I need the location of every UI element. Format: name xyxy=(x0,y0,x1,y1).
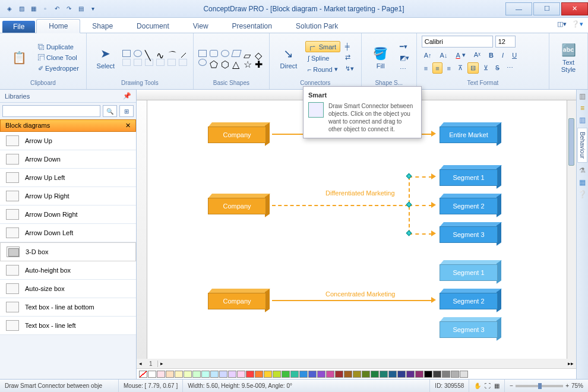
color-swatch[interactable] xyxy=(290,371,299,378)
qat-new-icon[interactable]: ▨ xyxy=(17,4,26,14)
connector-diff-b1[interactable] xyxy=(409,176,432,178)
color-swatch[interactable] xyxy=(460,371,468,378)
color-swatch[interactable] xyxy=(380,371,388,378)
hand-icon[interactable]: ✋ xyxy=(474,382,481,389)
tab-presentation[interactable]: Presentation xyxy=(220,20,284,33)
font-size-select[interactable] xyxy=(495,36,516,48)
valign-mid-button[interactable]: ⊟ xyxy=(467,62,479,74)
library-item[interactable]: Arrow Up Left xyxy=(0,169,136,187)
block-company-2[interactable]: Company xyxy=(207,195,266,214)
scroll-left-icon[interactable]: ◂ xyxy=(137,361,144,366)
color-swatch[interactable] xyxy=(157,371,165,378)
qat-save-icon[interactable]: ▫ xyxy=(40,4,50,14)
paste-button[interactable]: 📋 xyxy=(5,40,33,75)
library-item[interactable]: Arrow Up xyxy=(0,132,136,150)
block-company-1[interactable]: Company xyxy=(207,124,266,143)
sidebar-icon-4[interactable]: ⚗ xyxy=(579,166,586,175)
behaviour-tab[interactable]: Behaviour xyxy=(577,128,587,163)
zoom-slider[interactable] xyxy=(516,385,563,387)
color-swatch[interactable] xyxy=(308,371,317,378)
color-swatch[interactable] xyxy=(317,371,325,378)
minimize-button[interactable]: — xyxy=(505,2,532,15)
line-style-button[interactable]: ━▾ xyxy=(397,42,412,52)
valign-top-button[interactable]: ⊼ xyxy=(456,62,465,74)
ribbon-collapse-icon[interactable]: ◫▾ xyxy=(557,20,567,28)
qat-undo-icon[interactable]: ↶ xyxy=(52,4,62,14)
connector-node[interactable] xyxy=(406,230,412,236)
color-swatch[interactable] xyxy=(184,371,192,378)
color-swatch[interactable] xyxy=(219,371,227,378)
font-color-button[interactable]: A▾ xyxy=(453,50,467,60)
font-family-select[interactable] xyxy=(422,36,493,48)
color-swatch[interactable] xyxy=(282,371,290,378)
color-swatch[interactable] xyxy=(210,371,219,378)
fit-icon[interactable]: ⛶ xyxy=(485,382,491,389)
connector-node[interactable] xyxy=(406,202,412,208)
text-style-button[interactable]: 🔤Text Style xyxy=(554,40,583,75)
color-swatch[interactable] xyxy=(326,371,334,378)
library-search-input[interactable] xyxy=(2,105,100,117)
strike-button[interactable]: S̶ xyxy=(493,62,502,74)
block-segment[interactable]: Segment 3 xyxy=(438,224,498,243)
color-swatch[interactable] xyxy=(353,371,361,378)
close-button[interactable]: ✕ xyxy=(561,2,588,15)
color-swatch[interactable] xyxy=(371,371,379,378)
color-swatch[interactable] xyxy=(246,371,254,378)
library-item[interactable]: Arrow Down xyxy=(0,150,136,169)
connector-modify-3[interactable]: ↯▾ xyxy=(343,64,356,74)
color-swatch[interactable] xyxy=(442,371,450,378)
connector-conc[interactable] xyxy=(272,300,432,301)
library-item[interactable]: Arrow Down Right xyxy=(0,206,136,224)
color-swatch[interactable] xyxy=(415,371,423,378)
connector-modify-2[interactable]: ⇄ xyxy=(343,52,356,62)
tab-shape[interactable]: Shape xyxy=(80,20,125,33)
color-swatch[interactable] xyxy=(192,371,201,378)
tab-document[interactable]: Document xyxy=(125,20,181,33)
qat-print-icon[interactable]: ▤ xyxy=(76,4,86,14)
maximize-button[interactable]: ☐ xyxy=(533,2,560,15)
library-item[interactable]: Auto-size box xyxy=(0,280,136,298)
fill-button[interactable]: 🪣Fill xyxy=(366,40,395,75)
library-item[interactable]: Text box - line at bottom xyxy=(0,298,136,317)
vertical-scrollbar[interactable] xyxy=(567,100,576,359)
layout-icon[interactable]: ▦ xyxy=(494,382,500,389)
color-swatch[interactable] xyxy=(406,371,415,378)
library-category[interactable]: Block diagrams ✕ xyxy=(0,119,136,132)
color-swatch[interactable] xyxy=(299,371,308,378)
smart-connector-button[interactable]: ┌╴Smart xyxy=(305,41,340,52)
duplicate-button[interactable]: ⿻Duplicate xyxy=(36,42,81,52)
color-swatch[interactable] xyxy=(335,371,343,378)
qat-open-icon[interactable]: ▦ xyxy=(29,4,38,14)
decrease-font-button[interactable]: A↓ xyxy=(438,50,450,60)
library-item-3d-box[interactable]: 3-D box xyxy=(0,242,136,261)
eyedropper-button[interactable]: ✐Eyedropper xyxy=(36,64,81,74)
color-swatch[interactable] xyxy=(201,371,210,378)
valign-bot-button[interactable]: ⊻ xyxy=(481,62,491,74)
bold-button[interactable]: B xyxy=(486,50,496,60)
sidebar-icon-5[interactable]: ▦ xyxy=(579,178,586,186)
canvas[interactable]: Company Entire Market Company Differenti… xyxy=(147,100,567,359)
color-swatch[interactable] xyxy=(237,371,245,378)
library-item[interactable]: Text box - line left xyxy=(0,317,136,335)
sidebar-icon-1[interactable]: ▥ xyxy=(579,92,586,100)
block-segment[interactable]: Segment 1 xyxy=(438,167,498,186)
help-icon[interactable]: ❔▾ xyxy=(571,20,583,28)
color-swatch[interactable] xyxy=(273,371,281,378)
direct-connector-button[interactable]: ↘Direct xyxy=(274,40,303,75)
connector-diff-main[interactable] xyxy=(272,205,409,206)
connector-modify-1[interactable]: ╪ xyxy=(343,42,356,51)
search-icon[interactable]: 🔍 xyxy=(103,105,117,117)
block-segment[interactable]: Segment 1 xyxy=(438,262,498,281)
tab-home[interactable]: Home xyxy=(36,19,80,33)
shadow-button[interactable]: ◩▾ xyxy=(397,53,412,63)
align-right-button[interactable]: ≡ xyxy=(445,62,453,74)
connector-diff-b2[interactable] xyxy=(409,205,432,206)
qat-redo-icon[interactable]: ↷ xyxy=(64,4,74,14)
tab-view[interactable]: View xyxy=(181,20,220,33)
scroll-right-icon[interactable]: ▸ xyxy=(158,361,166,366)
color-swatch[interactable] xyxy=(175,371,183,378)
clear-format-button[interactable]: Aᵡ xyxy=(472,50,483,60)
color-swatch[interactable] xyxy=(228,371,236,378)
library-item[interactable]: Auto-height box xyxy=(0,261,136,280)
color-swatch[interactable] xyxy=(388,371,397,378)
